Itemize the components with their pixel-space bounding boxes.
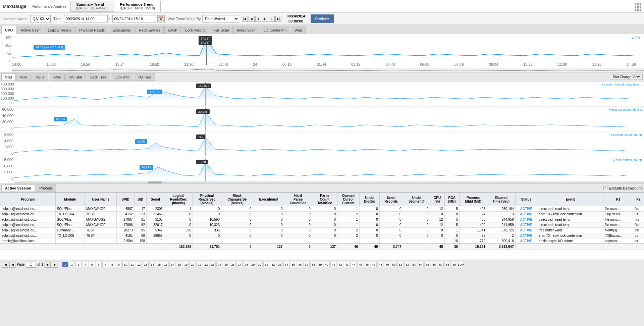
page-num-btn[interactable]: 33 [277,262,283,267]
page-num-btn[interactable]: 28 [243,262,249,267]
stat-tab-ratio[interactable]: Ratio [49,73,65,81]
nav-prev-big[interactable]: ◀ [249,16,255,22]
nav-last[interactable]: ▶| [275,16,281,22]
page-num-btn[interactable]: 4 [82,262,88,267]
page-num-btn[interactable]: 6 [96,262,102,267]
tab-lib-cache-pin[interactable]: Lib Cache Pin [260,26,290,34]
retrieve-button[interactable]: Retrieve [311,14,334,23]
page-num-btn[interactable]: 42 [337,262,343,267]
page-num-btn[interactable]: 3 [75,262,82,267]
table-row[interactable]: oracle@localhost.loca...2159415811077050… [0,238,644,244]
table-row[interactable]: sqlplus@localhost.loc...summary_8TEST282… [0,228,644,233]
page-num-btn[interactable]: 44 [351,262,357,267]
page-num-btn[interactable]: 27 [236,262,243,267]
page-num-btn[interactable]: 22 [203,262,209,267]
nav-first[interactable]: |◀ [242,16,248,22]
page-num-btn[interactable]: 36 [297,262,303,267]
page-num-btn[interactable]: 57 [438,262,444,267]
page-num-btn[interactable]: 21 [196,262,202,267]
stat-tab-lock-info[interactable]: Lock Info [111,73,133,81]
grid-icon[interactable] [635,3,641,10]
page-num-btn[interactable]: 53 [411,262,417,267]
page-num-btn[interactable]: 10 [122,262,128,267]
stat-tab-stat[interactable]: Stat [1,73,16,81]
table-row[interactable]: sqlplus@localhost.loc...SQL*PlusMAXGAUGE… [0,222,644,228]
page-num-btn[interactable]: 31 [263,262,269,267]
page-num-btn[interactable]: 25 [223,262,229,267]
page-num-btn[interactable]: 58 [444,262,450,267]
page-last-button[interactable]: ▶| [52,262,58,268]
page-num-btn[interactable]: 38 [310,262,316,267]
nav-play[interactable]: ▶ [262,16,268,22]
page-num-btn[interactable]: 29 [250,262,256,267]
calendar-button[interactable]: 📅 [157,15,165,22]
tab-logical-reads[interactable]: Logical Reads [44,26,75,34]
page-num-btn[interactable]: 48 [377,262,383,267]
tab-cpu[interactable]: CPU [1,26,16,34]
tab-latch[interactable]: Latch [164,26,181,34]
nav-next[interactable]: ▸ [269,16,275,22]
page-num-btn[interactable]: 55 [424,262,430,267]
page-num-btn[interactable]: 1 [62,262,68,267]
page-num-btn[interactable]: 41 [330,262,336,267]
tab-redo-entries[interactable]: Redo Entries [135,26,164,34]
tab-lock-waiting[interactable]: Lock waiting [181,26,209,34]
page-num-btn[interactable]: 13 [143,262,149,267]
page-num-btn[interactable]: 14 [149,262,155,267]
page-num-btn[interactable]: 24 [216,262,222,267]
page-next-button[interactable]: ▶ [45,262,51,268]
tab-process[interactable]: Process [36,184,56,192]
chart-scroll-thumb[interactable] [148,181,162,183]
stat-tab-value[interactable]: Value [32,73,48,81]
nav-prev[interactable]: ◂ [255,16,261,22]
tab-index-scan[interactable]: Index Scan [233,26,259,34]
page-num-btn[interactable]: 43 [344,262,350,267]
page-num-btn[interactable]: 46 [364,262,370,267]
page-num-btn[interactable]: 19 [183,262,189,267]
tab-performance-trend[interactable]: Performance Trend [QA163 : 14:00~15:10] [114,1,160,12]
page-num-btn[interactable]: SUM [458,262,464,267]
page-num-btn[interactable]: 16 [163,262,169,267]
exclude-background-checkbox[interactable] [603,186,607,190]
page-num-btn[interactable]: 18 [176,262,182,267]
stat-tab-pq-tree[interactable]: PQ Tree [134,73,155,81]
tab-active-session[interactable]: Active Session [1,184,35,192]
page-num-btn[interactable]: 32 [270,262,276,267]
page-num-btn[interactable]: 56 [431,262,437,267]
page-num-btn[interactable]: 37 [304,262,310,267]
stat-tab-os-stat[interactable]: OS Stat [65,73,86,81]
tab-full-scan[interactable]: Full Scan [210,26,233,34]
tab-executions[interactable]: Executions [109,26,135,34]
page-num-btn[interactable]: 51 [397,262,404,267]
page-num-btn[interactable]: 39 [317,262,323,267]
page-num-btn[interactable]: 45 [357,262,363,267]
page-num-btn[interactable]: 20 [190,262,196,267]
tab-summary-trend[interactable]: Summary Trend [QA163 : 2014-09-20] [70,1,114,12]
table-row[interactable]: sqlplus@localhost.loc...TX_LOCK5TEST4161… [0,233,644,238]
page-num-btn[interactable]: 23 [210,262,216,267]
stat-tab-wait[interactable]: Wait [16,73,31,81]
page-num-btn[interactable]: 59 [451,262,457,267]
page-num-btn[interactable]: 49 [384,262,390,267]
page-num-btn[interactable]: 9 [116,262,122,267]
page-num-btn[interactable]: 47 [371,262,377,267]
page-num-btn[interactable]: 15 [156,262,162,267]
page-num-btn[interactable]: 52 [404,262,410,267]
time-to-input[interactable] [112,15,156,22]
page-num-btn[interactable]: 34 [283,262,289,267]
wait-value-select[interactable]: Time Waited [202,15,239,22]
table-row[interactable]: sqlplus@localhost.loc...TX_LOCK4TEST4152… [0,212,644,217]
page-num-btn[interactable]: 17 [169,262,175,267]
page-num-btn[interactable]: 5 [89,262,95,267]
session-table-container[interactable]: Program Module User Name SPID SID Serial… [0,193,644,260]
page-first-button[interactable]: |◀ [2,262,8,268]
page-num-btn[interactable]: 26 [230,262,236,267]
table-row[interactable]: sqlplus@localhost.loc...SQL*PlusMAXGAUGE… [0,217,644,222]
instance-select[interactable]: QA163 [30,15,51,22]
page-num-btn[interactable]: 2 [69,262,75,267]
page-num-btn[interactable]: 12 [136,262,142,267]
tab-active-user[interactable]: Active User [17,26,43,34]
page-num-btn[interactable]: 54 [418,262,424,267]
chart-scrollbar[interactable] [14,181,644,183]
tab-wait[interactable]: Wait [291,26,306,34]
